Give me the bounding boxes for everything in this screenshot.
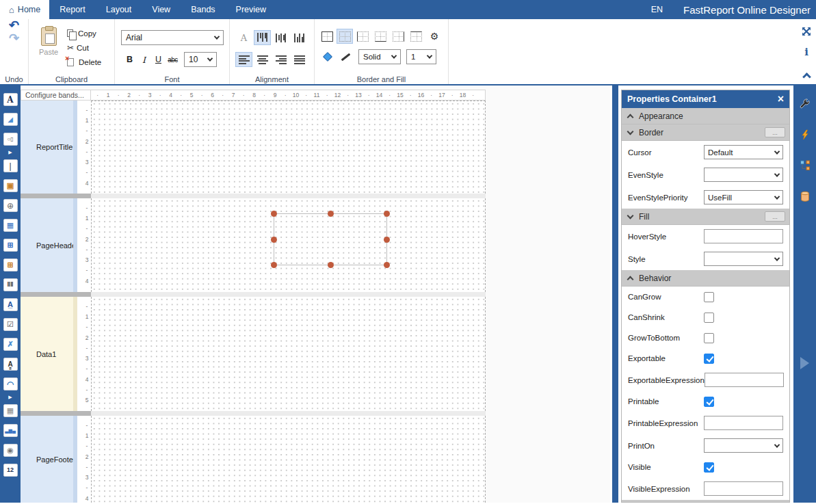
border-settings-button[interactable]: ⚙ [426,29,443,44]
selection-handle-s[interactable] [328,262,334,268]
info-icon[interactable]: i [801,47,812,57]
selection-handle-ne[interactable] [384,211,390,217]
delete-button[interactable]: × Delete [67,55,101,69]
properties-tool-icon[interactable] [798,97,812,111]
menu-tab-layout[interactable]: Layout [96,0,142,19]
chart-object-icon[interactable]: ▃▆▄ [3,424,18,437]
report-tree-tool-icon[interactable] [798,159,812,172]
redo-button[interactable]: ↷ [9,32,19,45]
band-canvas-pagefooter1[interactable] [91,416,486,503]
line-style-select[interactable]: Solid [358,49,401,64]
selection-handle-n[interactable] [328,211,334,217]
border-edit-button[interactable]: ... [765,127,785,137]
vertical-align-bottom-button[interactable] [291,30,308,45]
band-separator[interactable] [21,411,610,416]
section-behavior[interactable]: Behavior [622,270,789,287]
table-object-icon[interactable]: ▦ [3,219,18,232]
exportable-checkbox[interactable] [704,354,714,364]
gauge-object-icon[interactable]: ◠ [3,377,18,390]
section-design[interactable]: Design [622,500,789,503]
barcode-object-icon[interactable]: ‖‖ [3,278,18,291]
matrix-object-icon[interactable]: ⊞ [3,239,18,252]
selection-handle-e[interactable] [384,237,390,243]
border-color-button[interactable] [337,49,354,64]
line-object-icon[interactable]: | [3,159,18,172]
fullscreen-icon[interactable] [801,26,812,37]
border-all-button[interactable] [319,29,335,44]
gauges-expand-arrow[interactable]: ▶ [8,394,12,400]
italic-button[interactable]: I [137,53,151,66]
richtext-object-icon[interactable]: A̲ [3,298,18,311]
stamp-object-icon[interactable]: ◉ [3,444,18,457]
selection-handle-nw[interactable] [271,211,277,217]
tab-home[interactable]: ⌂ Home [0,0,49,19]
hoverstyle-input[interactable] [704,229,783,243]
font-size-select[interactable]: 10 [184,52,217,67]
section-border[interactable]: Border... [622,124,789,141]
printable-checkbox[interactable] [704,397,714,407]
visibleexpression-input[interactable] [704,481,783,496]
section-appearance[interactable]: Appearance [622,108,789,124]
band-separator-handle[interactable] [21,411,91,416]
selection-handle-se[interactable] [384,262,390,268]
font-family-select[interactable]: Arial [121,30,224,45]
panel-splitter[interactable] [612,85,618,503]
printableexpression-input[interactable] [704,416,783,430]
selection-handle-sw[interactable] [271,262,277,268]
selection-handle-w[interactable] [271,237,277,243]
border-right-button[interactable] [391,29,407,44]
events-tool-icon[interactable] [798,128,812,142]
expand-panel-arrow[interactable] [800,357,809,369]
fill-color-button[interactable] [319,49,336,64]
band-separator[interactable] [21,292,610,297]
printon-select[interactable] [704,438,783,453]
configure-bands-button[interactable]: Configure bands... [21,90,91,101]
html-object-icon[interactable]: ⊕ [3,199,18,212]
band-separator-handle[interactable] [21,194,91,198]
paste-button[interactable]: Paste [33,26,64,69]
strikethrough-button[interactable]: abc [166,53,180,66]
collapse-ribbon-icon[interactable] [801,70,812,81]
band-label-pageheader1[interactable]: PageHeader1 [21,198,73,292]
selected-container1-object[interactable] [274,213,387,265]
menu-tab-bands[interactable]: Bands [181,0,225,19]
growtobottom-checkbox[interactable] [704,333,714,343]
undo-button[interactable]: ↶ [9,19,19,32]
signature-object-icon[interactable]: ✗ [3,338,18,351]
cursor-select[interactable]: Default [704,145,783,159]
shapes-expand-arrow[interactable]: ▶ [8,149,12,155]
text-object-icon[interactable]: A [3,93,18,106]
align-center-button[interactable] [254,52,271,67]
line-width-select[interactable]: 1 [406,49,436,64]
font-color-button[interactable]: A [235,30,252,45]
menu-tab-preview[interactable]: Preview [226,0,276,19]
border-left-button[interactable] [354,29,371,44]
band-canvas-data1[interactable] [91,297,486,411]
vertical-align-top-button[interactable] [254,30,271,45]
exportableexpression-input[interactable] [705,373,784,387]
fill-edit-button[interactable]: ... [765,211,785,222]
menu-tab-report[interactable]: Report [49,0,96,19]
align-justify-button[interactable] [291,52,308,67]
border-bottom-button[interactable] [372,29,389,44]
dot-matrix-object-icon[interactable]: ▦ [3,404,18,417]
checkbox-object-icon[interactable]: ☑ [3,318,18,331]
copy-button[interactable]: Copy [67,26,101,40]
band-canvas-pageheader1[interactable] [91,198,486,292]
evenstyle-select[interactable] [704,168,783,182]
bold-button[interactable]: B [122,53,137,66]
underline-button[interactable]: U [151,53,166,66]
band-label-data1[interactable]: Data1 [21,297,73,411]
band-label-pagefooter1[interactable]: PageFooter1 [21,416,73,503]
menu-tab-view[interactable]: View [142,0,181,19]
border-none-button[interactable] [337,29,353,44]
vertical-align-middle-button[interactable] [272,30,289,45]
canshrink-checkbox[interactable] [704,313,714,323]
style-select[interactable] [704,252,783,266]
section-fill[interactable]: Fill... [622,209,789,225]
band-label-reporttitle1[interactable]: ReportTitle1 [21,101,73,194]
visible-checkbox[interactable] [704,462,714,473]
align-left-button[interactable] [235,52,252,67]
band-canvas-reporttitle1[interactable] [91,101,486,194]
subreport-object-icon[interactable]: ▣ [3,179,18,192]
